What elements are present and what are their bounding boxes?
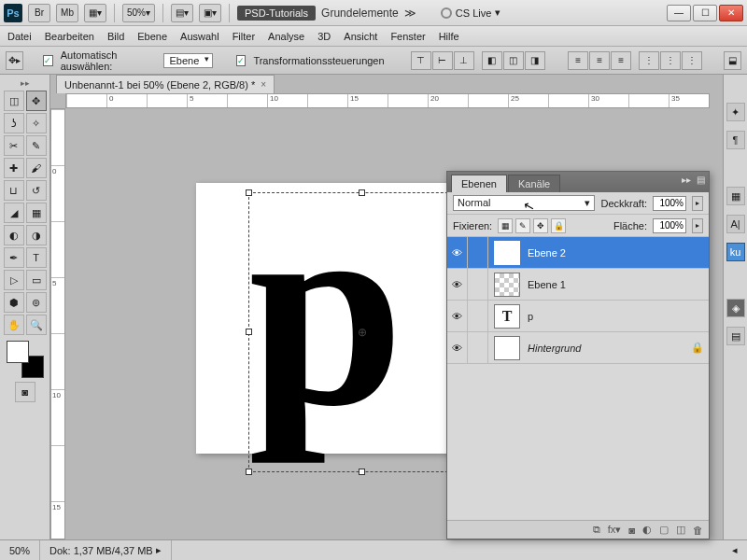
tool-type[interactable]: T [26, 247, 47, 268]
menu-bearbeiten[interactable]: Bearbeiten [45, 31, 94, 42]
tool-blur[interactable]: ◐ [4, 225, 24, 245]
tool-crop[interactable]: ✂ [4, 135, 24, 156]
fill-field[interactable] [653, 218, 686, 233]
zoom-level-dropdown[interactable]: 50% ▾ [122, 4, 155, 22]
layer-name[interactable]: Hintergrund [526, 343, 686, 354]
menu-hilfe[interactable]: Hilfe [439, 31, 459, 42]
autoselect-checkbox[interactable]: ✓ [43, 55, 53, 66]
opacity-field[interactable] [653, 196, 686, 211]
layer-name[interactable]: p [526, 311, 709, 322]
align-hmid-icon[interactable]: ◫ [503, 51, 524, 70]
menu-auswahl[interactable]: Auswahl [180, 31, 219, 42]
tool-shape[interactable]: ▭ [26, 270, 47, 290]
view-extras-button[interactable]: ▦▾ [84, 4, 106, 22]
mask-icon[interactable]: ◙ [628, 525, 635, 536]
dist-right-icon[interactable]: ⋮ [682, 51, 702, 70]
dock-styles-icon[interactable]: A| [726, 215, 745, 233]
visibility-icon[interactable]: 👁 [447, 301, 468, 331]
transform-checkbox[interactable]: ✓ [236, 55, 247, 66]
visibility-icon[interactable]: 👁 [447, 332, 468, 363]
dist-hmid-icon[interactable]: ⋮ [660, 51, 681, 70]
layer-row[interactable]: 👁 p Ebene 2 [447, 237, 709, 269]
tool-hand[interactable]: ✋ [4, 315, 24, 335]
layer-name[interactable]: Ebene 1 [526, 279, 709, 290]
minibridge-button[interactable]: Mb [56, 4, 78, 22]
tool-wand[interactable]: ✧ [26, 113, 47, 133]
dock-kuler-icon[interactable]: ku [726, 243, 745, 261]
visibility-icon[interactable]: 👁 [447, 237, 468, 268]
tab-kanaele[interactable]: Kanäle [508, 175, 560, 192]
panel-menu-icon[interactable]: ▤ [697, 175, 705, 185]
menu-analyse[interactable]: Analyse [268, 31, 304, 42]
tab-ebenen[interactable]: Ebenen [451, 175, 507, 192]
align-bottom-icon[interactable]: ⊥ [454, 51, 474, 70]
status-docinfo[interactable]: Dok: 1,37 MB/4,37 MB ▸ [40, 540, 172, 560]
layer-thumb[interactable]: T [494, 304, 520, 329]
color-swatches[interactable] [7, 341, 44, 378]
dock-channels-icon[interactable]: ▤ [726, 327, 745, 345]
close-button[interactable]: ✕ [719, 5, 743, 21]
tool-history[interactable]: ↺ [26, 180, 47, 201]
tool-dodge[interactable]: ◑ [26, 225, 47, 245]
tool-gradient[interactable]: ▦ [26, 203, 47, 223]
foreground-color[interactable] [7, 341, 29, 363]
menu-fenster[interactable]: Fenster [390, 31, 425, 42]
align-top-icon[interactable]: ⊤ [411, 51, 431, 70]
dist-top-icon[interactable]: ≡ [568, 51, 588, 70]
status-zoom[interactable]: 50% [0, 540, 40, 560]
lock-position-icon[interactable]: ✥ [533, 218, 548, 233]
cslive-button[interactable]: CS Live ▾ [441, 7, 501, 19]
blendmode-dropdown[interactable]: Normal▾ [453, 195, 595, 211]
lock-pixels-icon[interactable]: ✎ [515, 218, 530, 233]
dist-left-icon[interactable]: ⋮ [639, 51, 659, 70]
align-right-icon[interactable]: ◨ [525, 51, 545, 70]
layer-name[interactable]: Ebene 2 [526, 247, 709, 259]
dist-vmid-icon[interactable]: ≡ [589, 51, 610, 70]
dock-paragraph-icon[interactable]: ¶ [726, 131, 745, 149]
menu-datei[interactable]: Datei [7, 31, 32, 42]
tool-brush[interactable]: 🖌 [26, 158, 47, 178]
workspace-badge[interactable]: PSD-Tutorials [237, 6, 316, 21]
menu-3d[interactable]: 3D [317, 31, 331, 42]
tool-path[interactable]: ▷ [4, 270, 24, 290]
bridge-button[interactable]: Br [28, 4, 50, 22]
dock-swatches-icon[interactable]: ▦ [726, 187, 745, 205]
adjust-icon[interactable]: ◐ [642, 524, 652, 536]
tool-eraser[interactable]: ◢ [4, 203, 24, 223]
tool-pen[interactable]: ✒ [4, 247, 24, 268]
menu-ebene[interactable]: Ebene [137, 31, 167, 42]
dist-bottom-icon[interactable]: ≡ [611, 51, 631, 70]
visibility-icon[interactable]: 👁 [447, 269, 468, 300]
screenmode-button[interactable]: ▣▾ [199, 4, 221, 22]
tool-heal[interactable]: ✚ [4, 158, 24, 178]
photoshop-icon[interactable]: Ps [4, 4, 22, 22]
layer-thumb[interactable] [494, 273, 520, 297]
autoselect-mode-dropdown[interactable]: Ebene [163, 53, 214, 68]
scroll-left-icon[interactable]: ◂ [723, 540, 747, 560]
autoalign-icon[interactable]: ⬓ [724, 51, 741, 70]
workspace-more-icon[interactable]: ≫ [404, 7, 416, 20]
document-tab[interactable]: Unbenannt-1 bei 50% (Ebene 2, RGB/8) *× [56, 75, 275, 93]
quickmask-button[interactable]: ◙ [15, 382, 35, 402]
layers-panel[interactable]: Ebenen Kanäle ▸▸▤ Normal▾ Deckkraft: ▸ F… [446, 171, 710, 539]
new-layer-icon[interactable]: ◫ [676, 524, 685, 536]
lock-transparent-icon[interactable]: ▦ [498, 218, 513, 233]
close-doc-icon[interactable]: × [261, 79, 266, 90]
tool-eyedropper[interactable]: ✎ [26, 135, 47, 156]
align-vmid-icon[interactable]: ⊢ [432, 51, 453, 70]
layer-thumb[interactable]: p [494, 241, 520, 265]
move-tool-preset[interactable]: ✥▸ [6, 51, 23, 70]
panel-collapse-icon[interactable]: ▸▸ [682, 175, 691, 185]
menu-ansicht[interactable]: Ansicht [344, 31, 377, 42]
menu-filter[interactable]: Filter [233, 31, 255, 42]
tool-3dcam[interactable]: ⊚ [26, 292, 47, 313]
maximize-button[interactable]: ☐ [693, 5, 717, 21]
layer-row[interactable]: 👁 Hintergrund 🔒 [447, 332, 709, 364]
dock-character-icon[interactable]: ✦ [726, 103, 745, 121]
fx-icon[interactable]: fx▾ [608, 524, 622, 536]
tool-lasso[interactable]: ʖ [4, 113, 24, 133]
tool-marquee[interactable]: ◫ [4, 91, 24, 111]
opacity-flyout-icon[interactable]: ▸ [692, 196, 703, 211]
arrange-button[interactable]: ▤▾ [171, 4, 193, 22]
menu-bild[interactable]: Bild [107, 31, 124, 42]
